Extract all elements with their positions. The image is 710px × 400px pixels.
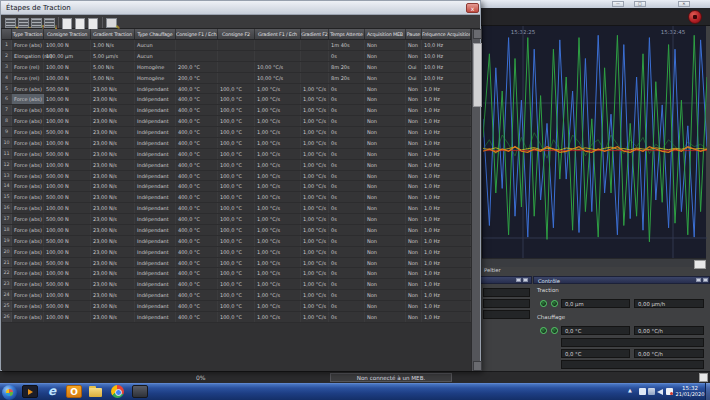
table-cell[interactable]: 1,0 Hz — [422, 127, 471, 137]
table-cell[interactable]: Non — [365, 73, 406, 83]
table-cell[interactable]: 100,0 °C — [218, 225, 255, 235]
table-cell[interactable]: 1,0 Hz — [422, 149, 471, 159]
row-number[interactable]: 21 — [2, 258, 12, 268]
table-cell[interactable]: Non — [365, 290, 406, 300]
table-cell[interactable] — [301, 40, 329, 50]
table-cell[interactable]: 0s — [329, 290, 365, 300]
table-cell[interactable]: 1,0 Hz — [422, 268, 471, 278]
controle-close-icon[interactable] — [703, 278, 708, 283]
table-cell[interactable]: 1,00 °C/s — [255, 214, 301, 224]
tray-clock[interactable]: 15:32 21/01/2020 — [674, 385, 706, 397]
table-cell[interactable]: Non — [365, 160, 406, 170]
table-cell[interactable]: Indépendant — [135, 225, 176, 235]
table-cell[interactable]: Indépendant — [135, 94, 176, 104]
table-row[interactable]: 12Force (abs)100,00 N23,00 N/sIndépendan… — [2, 160, 471, 171]
page-delete-icon[interactable] — [88, 18, 100, 28]
tray-flag-icon[interactable] — [666, 388, 673, 395]
table-cell[interactable]: Non — [365, 214, 406, 224]
table-cell[interactable]: 1,0 Hz — [422, 301, 471, 311]
column-header[interactable]: Temps Attente — [329, 29, 365, 39]
table-cell[interactable]: 1,00 °C/s — [255, 84, 301, 94]
row-number[interactable]: 17 — [2, 214, 12, 224]
row-number[interactable]: 26 — [2, 312, 12, 322]
table-cell[interactable]: 0s — [329, 94, 365, 104]
table-cell[interactable]: 0s — [329, 192, 365, 202]
taskbar-ie-icon[interactable]: e — [44, 385, 60, 398]
table-cell[interactable]: Indépendant — [135, 312, 176, 322]
table-cell[interactable]: Non — [406, 279, 422, 289]
table-cell[interactable]: Non — [406, 138, 422, 148]
table-cell[interactable]: Indépendant — [135, 258, 176, 268]
table-cell[interactable]: 1,0 Hz — [422, 94, 471, 104]
table-cell[interactable]: 1,00 °C/s — [255, 171, 301, 181]
maximize-button[interactable]: □ — [634, 1, 646, 7]
table-cell[interactable]: 1,0 Hz — [422, 181, 471, 191]
table-cell[interactable]: Non — [365, 84, 406, 94]
table-cell[interactable]: Force (abs) — [12, 225, 44, 235]
column-header[interactable]: Consigne Traction — [44, 29, 91, 39]
table-cell[interactable]: Force (abs) — [12, 160, 44, 170]
row-number[interactable]: 4 — [2, 73, 12, 83]
table-cell[interactable]: Force (abs) — [12, 290, 44, 300]
table-cell[interactable]: 23,00 N/s — [91, 84, 135, 94]
table-cell[interactable]: Non — [365, 149, 406, 159]
table-row[interactable]: 9Force (abs)500,00 N23,00 N/sIndépendant… — [2, 127, 471, 138]
left-panel-field[interactable] — [483, 299, 530, 308]
table-cell[interactable]: 400,0 °C — [176, 214, 218, 224]
table-cell[interactable]: Non — [406, 225, 422, 235]
table-cell[interactable]: 400,0 °C — [176, 149, 218, 159]
table-cell[interactable]: Force (abs) — [12, 192, 44, 202]
table-cell[interactable] — [218, 62, 255, 72]
taskbar-media-app-icon[interactable] — [22, 385, 38, 398]
table-row[interactable]: 19Force (abs)500,00 N23,00 N/sIndépendan… — [2, 236, 471, 247]
table-cell[interactable]: 100,00 N — [44, 94, 91, 104]
table-cell[interactable]: 100,0 °C — [218, 279, 255, 289]
table-cell[interactable]: 0s — [329, 171, 365, 181]
table-row[interactable]: 25Force (abs)500,00 N23,00 N/sIndépendan… — [2, 301, 471, 312]
table-cell[interactable]: Non — [406, 192, 422, 202]
chauffage-value-field-1[interactable]: 0,0 °C — [561, 326, 630, 335]
table-cell[interactable]: 1,00 °C/s — [301, 127, 329, 137]
table-cell[interactable]: 23,00 N/s — [91, 290, 135, 300]
table-cell[interactable]: 200,0 °C — [176, 73, 218, 83]
table-insert-icon[interactable]: − — [18, 18, 30, 28]
table-cell[interactable]: 0s — [329, 258, 365, 268]
table-cell[interactable]: 400,0 °C — [176, 236, 218, 246]
table-cell[interactable]: Non — [365, 258, 406, 268]
left-panel-field[interactable] — [483, 288, 530, 297]
row-number[interactable]: 14 — [2, 181, 12, 191]
table-cell[interactable] — [301, 62, 329, 72]
table-cell[interactable]: Non — [365, 138, 406, 148]
table-cell[interactable]: 23,00 N/s — [91, 192, 135, 202]
table-cell[interactable]: 100,0 °C — [218, 94, 255, 104]
etapes-close-button[interactable]: x — [466, 3, 479, 13]
tray-network-icon[interactable] — [648, 388, 655, 395]
table-cell[interactable]: Oui — [406, 62, 422, 72]
table-row[interactable]: 22Force (abs)100,00 N23,00 N/sIndépendan… — [2, 268, 471, 279]
table-cell[interactable]: 23,00 N/s — [91, 214, 135, 224]
table-cell[interactable]: 1,00 °C/s — [301, 181, 329, 191]
traction-rate-field[interactable]: 0,00 µm/h — [634, 299, 704, 308]
start-button[interactable] — [2, 385, 17, 400]
table-cell[interactable]: Indépendant — [135, 127, 176, 137]
table-cell[interactable]: 0s — [329, 127, 365, 137]
table-cell[interactable]: 0s — [329, 149, 365, 159]
table-cell[interactable]: 100,00 N — [44, 160, 91, 170]
table-row[interactable]: 4Force (rel)100,00 N5,00 N/sHomogène200,… — [2, 73, 471, 84]
table-cell[interactable]: Force (abs) — [12, 312, 44, 322]
table-cell[interactable]: 1,0 Hz — [422, 105, 471, 115]
table-cell[interactable]: 10,0 Hz — [422, 73, 471, 83]
table-cell[interactable]: 1,00 °C/s — [255, 203, 301, 213]
table-cell[interactable]: 100,00 N — [44, 62, 91, 72]
table-cell[interactable]: Indépendant — [135, 149, 176, 159]
taskbar-explorer-icon[interactable] — [88, 385, 104, 398]
table-row[interactable]: 8Force (abs)100,00 N23,00 N/sIndépendant… — [2, 116, 471, 127]
table-cell[interactable]: 400,0 °C — [176, 94, 218, 104]
table-cell[interactable]: 23,00 N/s — [91, 279, 135, 289]
table-cell[interactable]: 100,00 N — [44, 181, 91, 191]
table-row[interactable]: 6Force (abs)100,00 N23,00 N/sIndépendant… — [2, 94, 471, 105]
table-cell[interactable]: 23,00 N/s — [91, 312, 135, 322]
table-cell[interactable]: 400,0 °C — [176, 192, 218, 202]
table-cell[interactable]: 1,00 °C/s — [255, 290, 301, 300]
table-cell[interactable]: 5,00 N/s — [91, 73, 135, 83]
